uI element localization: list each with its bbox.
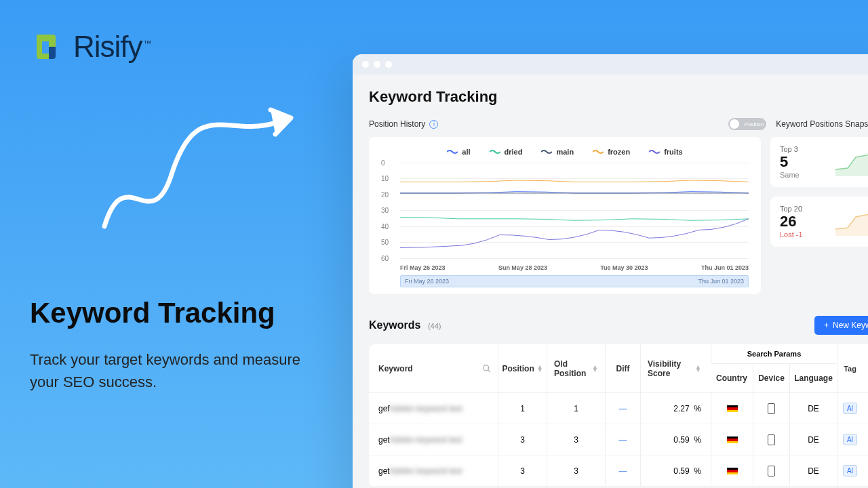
snapshot-card[interactable]: Top 20 26 Lost -1 (770, 197, 868, 247)
keywords-table: Keyword Position▲▼ Old Position▲▼ Diff V… (369, 344, 868, 487)
legend-item[interactable]: all (447, 148, 470, 156)
flag-de-icon (727, 468, 738, 474)
cell-device (753, 424, 789, 455)
info-icon[interactable]: i (429, 120, 438, 129)
chart-x-axis: Fri May 26 2023Sun May 28 2023Tue May 30… (400, 264, 749, 271)
col-country[interactable]: Country (711, 364, 753, 392)
cell-tag: Al (837, 393, 863, 424)
sparkline-icon (835, 148, 868, 176)
col-position[interactable]: Position▲▼ (498, 344, 547, 392)
traffic-min-icon[interactable] (374, 61, 380, 68)
cell-keyword: gethidden keyword text (369, 455, 498, 486)
promo-panel: Risify™ Keyword Tracking Track your targ… (30, 30, 328, 393)
table-header: Keyword Position▲▼ Old Position▲▼ Diff V… (369, 344, 868, 393)
cell-old-position: 1 (547, 393, 605, 424)
sort-icon: ▲▼ (695, 365, 701, 372)
svg-line-1 (488, 370, 490, 372)
legend-item[interactable]: frozen (593, 148, 630, 156)
cell-language: DE (789, 393, 837, 424)
cell-visibility: 0.59 % (640, 424, 711, 455)
plus-icon: + (824, 321, 829, 330)
window-traffic-lights (353, 54, 868, 75)
sort-icon: ▲▼ (592, 365, 598, 372)
table-row[interactable]: gefhidden keyword text 1 1 — 2.27 % DE A… (369, 393, 868, 424)
position-history-chart: alldriedmainfrozenfruits 0102030405060 F… (369, 137, 761, 294)
cell-position: 1 (498, 393, 547, 424)
col-search-params: Search Params (711, 344, 837, 364)
traffic-close-icon[interactable] (362, 61, 369, 68)
position-history-label: Position History i (369, 119, 438, 129)
logo-mark-icon (30, 30, 62, 63)
mobile-icon (768, 466, 775, 476)
mode-toggle[interactable]: Position (728, 118, 766, 130)
flag-de-icon (727, 405, 738, 412)
table-row[interactable]: gethidden keyword text 3 3 — 0.59 % DE A… (369, 455, 868, 487)
table-row[interactable]: gethidden keyword text 3 3 — 0.59 % DE A… (369, 424, 868, 455)
legend-item[interactable]: main (541, 148, 574, 156)
col-visibility[interactable]: Visibility Score▲▼ (640, 344, 711, 392)
legend-item[interactable]: dried (490, 148, 523, 156)
col-keyword[interactable]: Keyword (369, 344, 498, 392)
cell-language: DE (789, 424, 837, 455)
svg-point-0 (484, 365, 489, 371)
cell-keyword: gefhidden keyword text (369, 393, 498, 424)
legend-item[interactable]: fruits (649, 148, 683, 156)
search-icon[interactable] (482, 364, 491, 373)
cell-device (753, 393, 789, 424)
cell-keyword: gethidden keyword text (369, 424, 498, 455)
chart-range-slider[interactable]: Fri May 26 2023 Thu Jun 01 2023 (400, 275, 749, 287)
mobile-icon (768, 434, 775, 445)
traffic-max-icon[interactable] (385, 61, 392, 68)
cell-language: DE (789, 455, 837, 486)
col-diff[interactable]: Diff (605, 344, 640, 392)
app-window: Keyword Tracking Position History i Posi… (353, 54, 868, 488)
snapshot-label: Keyword Positions Snapshot i (776, 119, 868, 129)
x-tick: Fri May 26 2023 (400, 264, 446, 271)
new-keyword-button[interactable]: + New Keyword (814, 316, 868, 335)
cell-country (711, 393, 753, 424)
x-tick: Sun May 28 2023 (498, 264, 547, 271)
promo-subheading: Track your target keywords and measure y… (30, 348, 328, 393)
sparkline-icon (835, 207, 868, 236)
cell-diff: — (605, 393, 640, 424)
cell-diff: — (605, 455, 640, 486)
cell-position: 3 (498, 455, 547, 486)
col-tag[interactable]: Tag (837, 344, 863, 392)
chart-legend: alldriedmainfrozenfruits (381, 148, 749, 156)
promo-heading: Keyword Tracking (30, 297, 328, 329)
cell-diff: — (605, 424, 640, 455)
snapshot-delta: Lost -1 (780, 230, 829, 239)
flag-de-icon (727, 436, 738, 443)
col-old-position[interactable]: Old Position▲▼ (547, 344, 605, 392)
mobile-icon (768, 403, 775, 414)
snapshot-label: Top 20 (780, 205, 829, 213)
cell-old-position: 3 (547, 455, 605, 486)
brand-logo: Risify™ (30, 30, 328, 64)
brand-name: Risify™ (73, 30, 151, 64)
keywords-title: Keywords (44) (369, 319, 441, 331)
decorative-arrow (98, 104, 328, 243)
x-tick: Tue May 30 2023 (600, 264, 648, 271)
cell-tag: Al (837, 455, 863, 486)
cell-tag: Al (837, 424, 863, 455)
cell-old-position: 3 (547, 424, 605, 455)
col-language[interactable]: Language (789, 364, 837, 392)
page-title: Keyword Tracking (369, 88, 868, 106)
sort-icon: ▲▼ (537, 365, 543, 372)
cell-country (711, 455, 753, 486)
snapshot-delta: Same (780, 171, 829, 179)
cell-visibility: 0.59 % (640, 455, 711, 486)
snapshot-card[interactable]: Top 3 5 Same (770, 137, 868, 187)
cell-visibility: 2.27 % (640, 393, 711, 424)
x-tick: Thu Jun 01 2023 (701, 264, 749, 271)
snapshot-value: 26 (780, 213, 829, 230)
cell-country (711, 424, 753, 455)
snapshot-label: Top 3 (780, 145, 829, 153)
snapshot-value: 5 (780, 153, 829, 171)
cell-device (753, 455, 789, 486)
cell-position: 3 (498, 424, 547, 455)
col-device[interactable]: Device (753, 364, 789, 392)
